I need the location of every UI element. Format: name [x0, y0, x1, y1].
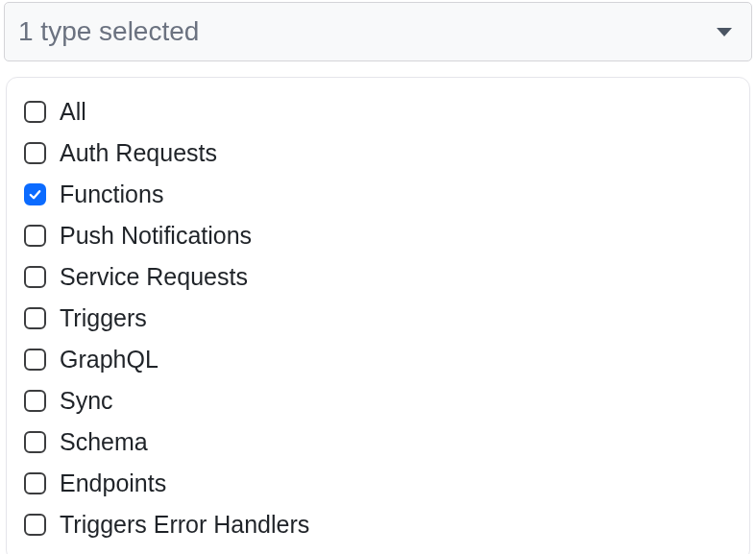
- type-filter-dropdown-panel: All Auth Requests Functions Push Notific…: [6, 77, 750, 554]
- option-label: Auth Requests: [60, 139, 217, 167]
- option-label: Service Requests: [60, 263, 248, 291]
- option-triggers[interactable]: Triggers: [24, 298, 732, 339]
- checkbox-icon: [24, 431, 46, 453]
- checkbox-icon: [24, 472, 46, 494]
- option-functions[interactable]: Functions: [24, 174, 732, 215]
- option-label: All: [60, 98, 86, 126]
- checkbox-icon: [24, 514, 46, 536]
- option-label: Sync: [60, 387, 113, 415]
- checkbox-icon: [24, 142, 46, 164]
- checkbox-icon: [24, 349, 46, 371]
- option-label: Schema: [60, 428, 148, 456]
- option-label: Endpoints: [60, 470, 166, 497]
- option-push-notifications[interactable]: Push Notifications: [24, 215, 732, 256]
- option-triggers-error-handlers[interactable]: Triggers Error Handlers: [24, 504, 732, 545]
- option-sync[interactable]: Sync: [24, 380, 732, 422]
- dropdown-selected-text: 1 type selected: [18, 16, 199, 47]
- option-service-requests[interactable]: Service Requests: [24, 256, 732, 298]
- option-label: Triggers Error Handlers: [60, 511, 309, 539]
- checkbox-icon: [24, 266, 46, 288]
- option-label: Triggers: [60, 304, 147, 332]
- caret-down-icon: [717, 28, 732, 36]
- option-label: Functions: [60, 181, 163, 208]
- option-graphql[interactable]: GraphQL: [24, 339, 732, 380]
- checkbox-icon: [24, 183, 46, 205]
- option-endpoints[interactable]: Endpoints: [24, 463, 732, 504]
- option-all[interactable]: All: [24, 91, 732, 132]
- checkbox-icon: [24, 101, 46, 123]
- checkbox-icon: [24, 307, 46, 329]
- type-filter-dropdown-trigger[interactable]: 1 type selected: [4, 2, 752, 61]
- option-schema[interactable]: Schema: [24, 422, 732, 463]
- option-auth-requests[interactable]: Auth Requests: [24, 132, 732, 174]
- checkbox-icon: [24, 225, 46, 247]
- option-label: GraphQL: [60, 346, 159, 373]
- checkbox-icon: [24, 390, 46, 412]
- option-label: Push Notifications: [60, 222, 252, 250]
